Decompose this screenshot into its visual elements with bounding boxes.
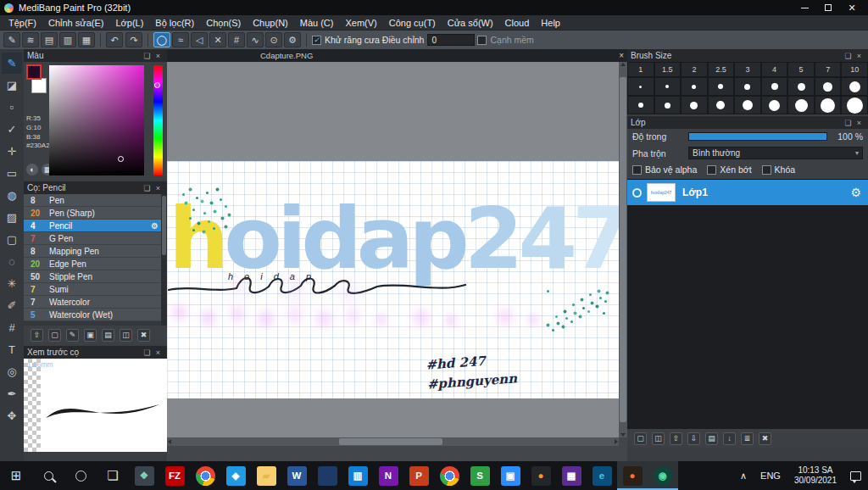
brush-size-option[interactable] [627,77,654,96]
brush-footer-icon[interactable]: ✎ [66,329,79,342]
taskbar-app-button[interactable]: e [587,461,617,490]
menu-item[interactable]: Chụp(N) [247,16,294,30]
notification-button[interactable] [843,461,868,490]
brush-item[interactable]: 50 Stipple Pen [24,270,161,283]
opacity-slider[interactable] [688,132,827,141]
brush-size-option[interactable]: 7 [815,62,842,77]
eyedropper-tool[interactable]: ✒ [2,383,22,404]
brush-size-option[interactable]: 10 [841,62,868,77]
brush-size-option[interactable] [734,77,761,96]
taskbar-app-button[interactable]: N [373,461,403,490]
menu-item[interactable]: Xem(V) [339,16,382,30]
layer-settings-icon[interactable]: ⚙ [850,186,863,199]
close-panel-icon[interactable]: × [153,184,164,192]
document-tab[interactable]: Cdapture.PNG [253,51,320,60]
toolbar-icon[interactable]: ✎ [3,32,20,47]
layer-footer-icon[interactable]: ↓ [723,432,736,445]
taskbar-app-button[interactable]: ▰ [251,461,281,490]
taskbar-app-button[interactable]: ● [617,461,648,490]
lasso-tool[interactable]: ◌ [2,251,22,272]
scrollbar-thumb[interactable] [339,438,443,445]
brush-shape-icon[interactable]: ◁ [191,32,208,47]
float-panel-icon[interactable]: ❏ [142,348,153,357]
float-panel-icon[interactable]: ❏ [843,119,854,127]
float-panel-icon[interactable]: ❏ [142,184,153,192]
brush-item[interactable]: 4 Pencil ⚙ [24,220,161,232]
toolbar-icon[interactable]: ≋ [22,32,39,47]
canvas-vertical-scrollbar[interactable] [619,62,627,437]
taskbar-app-button[interactable]: ▥ [342,461,373,490]
brush-size-option[interactable]: 3 [734,62,761,77]
brush-footer-icon[interactable]: ⇧ [31,329,43,342]
menu-item[interactable]: Màu (C) [294,16,340,30]
brush-item[interactable]: 8 Mapping Pen [24,245,161,258]
float-panel-icon[interactable]: ❏ [843,52,854,60]
brush-size-option[interactable] [787,96,815,114]
foreground-color-swatch[interactable] [26,64,42,80]
brush-shape-icon[interactable]: ◯ [153,32,170,47]
layer-option-checkbox[interactable]: Khóa [762,164,796,175]
brush-size-option[interactable]: 2.5 [708,62,735,77]
minimize-button[interactable] [793,0,816,15]
brush-shape-icon[interactable]: ⊙ [265,32,282,47]
gradient-tool[interactable]: ▨ [2,207,22,228]
brush-size-option[interactable] [815,96,842,114]
eraser-tool[interactable]: ◪ [2,75,22,96]
brush-item[interactable]: 20 Pen (Sharp) [24,207,161,220]
brush-size-option[interactable] [734,96,761,114]
toolbar-icon[interactable]: ▦ [78,32,95,47]
move-tool[interactable]: ✛ [2,141,22,162]
brush-size-option[interactable] [627,96,654,114]
language-indicator[interactable]: ENG [754,461,787,490]
menu-item[interactable]: Cửa sổ(W) [442,16,499,30]
soft-edge-checkbox[interactable]: Cạnh mềm [477,35,533,45]
brush-size-option[interactable] [815,77,842,96]
antialias-checkbox[interactable]: ✓ Khử răng cưa [312,35,380,45]
brush-item[interactable]: 7 G Pen [24,232,161,245]
taskbar-app-button[interactable] [434,461,465,490]
scroll-right-icon[interactable] [615,439,618,444]
close-panel-icon[interactable]: × [854,52,865,60]
scrollbar-thumb[interactable] [620,77,626,423]
brush-size-option[interactable]: 4 [761,62,788,77]
layer-footer-icon[interactable]: ✖ [759,432,771,445]
brush-size-option[interactable]: 2 [681,62,708,77]
close-panel-icon[interactable]: × [854,119,865,127]
menu-item[interactable]: Chọn(S) [200,16,247,30]
taskbar-app-button[interactable]: W [281,461,312,490]
brush-item[interactable]: 7 Watercolor [24,296,161,309]
saturation-value-picker[interactable] [49,65,144,175]
brush-size-option[interactable] [708,77,735,96]
taskbar-app-button[interactable]: ◉ [648,461,678,490]
background-color-swatch[interactable] [31,78,47,93]
brush-size-option[interactable] [654,77,682,96]
taskbar-app-button[interactable] [190,461,220,490]
close-button[interactable]: ✕ [840,0,864,15]
brush-size-option[interactable]: 1 [627,62,654,77]
taskbar-app-button[interactable]: ▦ [556,461,587,490]
brush-size-option[interactable] [654,96,682,114]
clock[interactable]: 10:13 SA 30/09/2021 [787,461,843,490]
scrollbar-thumb[interactable] [162,196,166,255]
float-panel-icon[interactable]: ❏ [142,52,153,60]
brush-size-option[interactable] [681,77,708,96]
layer-footer-icon[interactable]: ⇧ [670,432,682,445]
scroll-up-icon[interactable] [620,63,626,66]
brush-tool[interactable]: ✎ [2,53,22,74]
brush-footer-icon[interactable]: ▢ [48,329,61,342]
select-tool[interactable]: ▢ [2,229,22,250]
layer-option-checkbox[interactable]: Xén bớt [707,164,751,175]
layer-item[interactable]: hoidap247 Lớp1 ⚙ [627,180,868,205]
pan-tool[interactable]: ✥ [2,405,22,426]
taskbar-app-button[interactable]: P [403,461,434,490]
bucket-tool[interactable]: ◍ [2,185,22,206]
brush-shape-icon[interactable]: ✕ [209,32,226,47]
toolbar-icon[interactable]: ▥ [59,32,76,47]
menu-item[interactable]: Công cụ(T) [383,16,442,30]
brush-shape-icon[interactable]: ⚙ [284,32,301,47]
scroll-left-icon[interactable] [168,439,171,444]
brush-shape-icon[interactable]: ∿ [247,32,264,47]
fill-rect-tool[interactable]: ▭ [2,163,22,184]
color-mode-icon[interactable]: ◐ [26,164,38,175]
menu-item[interactable]: Chỉnh sửa(E) [42,16,109,30]
